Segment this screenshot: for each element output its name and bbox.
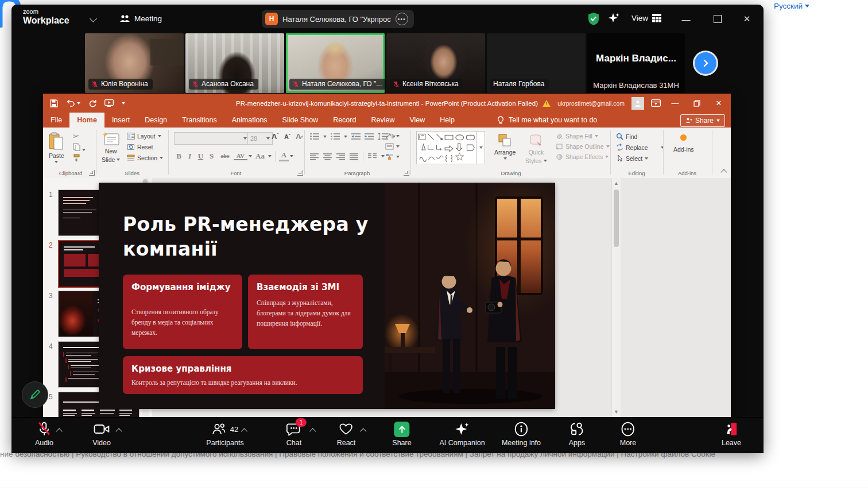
meeting-info-button[interactable]: Meeting info [502, 421, 541, 447]
ai-companion-button[interactable]: AI Companion [439, 421, 485, 447]
shape-outline-button[interactable]: Shape Outline [556, 143, 610, 150]
redo-icon[interactable] [88, 99, 96, 107]
participant-tile[interactable]: Асанова Оксана [185, 33, 284, 93]
font-color-button[interactable]: A [279, 150, 289, 161]
strikethrough-button[interactable]: S [207, 152, 216, 161]
session-more-icon[interactable]: ••• [396, 13, 408, 25]
undo-dropdown-icon[interactable] [77, 102, 80, 105]
video-options-icon[interactable] [115, 428, 122, 434]
paste-button[interactable]: Paste [49, 132, 64, 163]
participant-tile[interactable]: Ксенія Вітковська [386, 33, 485, 93]
account-avatar-icon[interactable] [631, 97, 644, 110]
view-button[interactable]: View [631, 14, 661, 22]
ai-companion-titlebar-icon[interactable] [607, 12, 621, 26]
grow-font-button[interactable]: Aˆ [272, 132, 278, 141]
maximize-button[interactable] [709, 11, 726, 26]
participants-options-icon[interactable] [241, 428, 247, 434]
participant-tile-active-speaker[interactable]: Наталя Селюкова, ГО "... [286, 33, 385, 93]
underline-button[interactable]: U [196, 152, 206, 161]
ppt-restore-button[interactable] [689, 96, 704, 111]
text-direction-button[interactable] [385, 133, 394, 140]
warning-icon[interactable]: ! [542, 100, 551, 107]
tab-help[interactable]: Help [432, 113, 462, 128]
tab-slideshow[interactable]: Slide Show [275, 113, 326, 128]
meeting-tab[interactable]: Meeting [119, 14, 162, 23]
tab-design[interactable]: Design [137, 113, 175, 128]
increase-indent-button[interactable] [365, 133, 374, 140]
apps-button[interactable]: Apps [569, 421, 586, 447]
tab-record[interactable]: Record [326, 113, 363, 128]
tab-animations[interactable]: Animations [224, 113, 275, 128]
video-button[interactable]: Video [92, 421, 111, 447]
workplace-menu-chevron-icon[interactable] [90, 15, 97, 22]
reset-button[interactable]: Reset [127, 144, 153, 150]
replace-button[interactable]: Replace [616, 144, 664, 151]
tab-review[interactable]: Review [363, 113, 402, 128]
chat-options-icon[interactable] [309, 428, 316, 434]
participant-tile[interactable]: Юлія Вороніна [85, 33, 184, 93]
slide-scrollbar[interactable]: ▲ ▼ [611, 178, 621, 417]
scroll-up-icon[interactable]: ▲ [612, 180, 621, 186]
account-email[interactable]: ukrprostirnet@gmail.com [557, 100, 625, 107]
bold-button[interactable]: B [174, 152, 184, 161]
scrollbar-thumb[interactable] [614, 190, 619, 247]
clipboard-dialog-launcher-icon[interactable] [89, 170, 95, 176]
align-right-button[interactable] [336, 153, 345, 160]
shapes-gallery[interactable] [416, 131, 485, 164]
ppt-minimize-button[interactable]: — [668, 96, 683, 111]
start-slideshow-icon[interactable] [104, 99, 114, 107]
tab-insert[interactable]: Insert [104, 113, 137, 128]
shapes-gallery-more-icon[interactable] [476, 132, 485, 164]
audio-options-icon[interactable] [56, 428, 62, 434]
font-size-combo[interactable]: 28 [247, 132, 273, 145]
slide-canvas[interactable]: Роль PR-менеджера у компанії Формування … [99, 183, 555, 409]
copy-button[interactable] [73, 143, 86, 153]
annotation-pencil-button[interactable] [22, 381, 48, 408]
share-screen-button[interactable]: Share [392, 421, 411, 447]
shrink-font-button[interactable]: Aˇ [284, 133, 290, 140]
session-pill[interactable]: H Наталя Селюкова, ГО "Укрпрос ••• [262, 10, 414, 28]
numbering-button[interactable] [331, 133, 340, 140]
cut-button[interactable]: ✂ [73, 132, 79, 141]
qat-customize-icon[interactable] [122, 102, 125, 105]
shape-effects-button[interactable]: Shape Effects [556, 153, 610, 160]
tab-file[interactable]: File [43, 113, 69, 128]
font-name-combo[interactable] [174, 132, 250, 145]
react-options-icon[interactable] [360, 428, 366, 434]
text-shadow-button[interactable]: abc [218, 153, 232, 159]
format-painter-button[interactable] [73, 154, 80, 164]
align-left-button[interactable] [310, 153, 319, 160]
tab-transitions[interactable]: Transitions [175, 113, 224, 128]
quick-styles-button[interactable]: Quick Styles [525, 133, 547, 164]
react-button[interactable]: React [337, 421, 356, 447]
new-slide-button[interactable]: New Slide [102, 132, 120, 163]
paragraph-dialog-launcher-icon[interactable] [404, 170, 409, 176]
collapse-ribbon-icon[interactable] [720, 169, 727, 175]
participants-button[interactable]: 42 Participants [206, 421, 243, 447]
participant-tile[interactable]: Наталя Горбова [487, 33, 586, 93]
shape-fill-button[interactable]: Shape Fill [556, 133, 610, 140]
tell-me-box[interactable]: Tell me what you want to do [490, 113, 604, 128]
columns-button[interactable] [368, 153, 377, 160]
smartart-button[interactable] [385, 153, 394, 160]
close-button[interactable]: ✕ [738, 11, 755, 26]
addins-button[interactable]: Add-ins [673, 134, 694, 153]
more-button[interactable]: More [620, 421, 636, 447]
change-case-button[interactable]: Aa [253, 152, 267, 161]
security-shield-icon[interactable] [587, 12, 600, 26]
participant-tile-video-off[interactable]: Маркін Владис... Маркін Владислав 31МН [587, 33, 685, 93]
ppt-close-button[interactable]: ✕ [711, 96, 726, 111]
ribbon-display-options-icon[interactable] [651, 99, 661, 107]
align-text-button[interactable] [385, 143, 394, 150]
leave-button[interactable]: Leave [722, 421, 741, 447]
tab-view[interactable]: View [402, 113, 432, 128]
justify-button[interactable] [350, 153, 358, 160]
scroll-down-icon[interactable]: ▼ [612, 409, 621, 415]
find-button[interactable]: Find [616, 133, 664, 140]
minimize-button[interactable]: — [677, 11, 695, 26]
character-spacing-button[interactable]: AV [234, 152, 247, 160]
undo-icon[interactable] [66, 99, 75, 107]
tab-home[interactable]: Home [69, 113, 104, 128]
bullets-button[interactable] [310, 133, 319, 140]
save-icon[interactable] [50, 99, 58, 107]
